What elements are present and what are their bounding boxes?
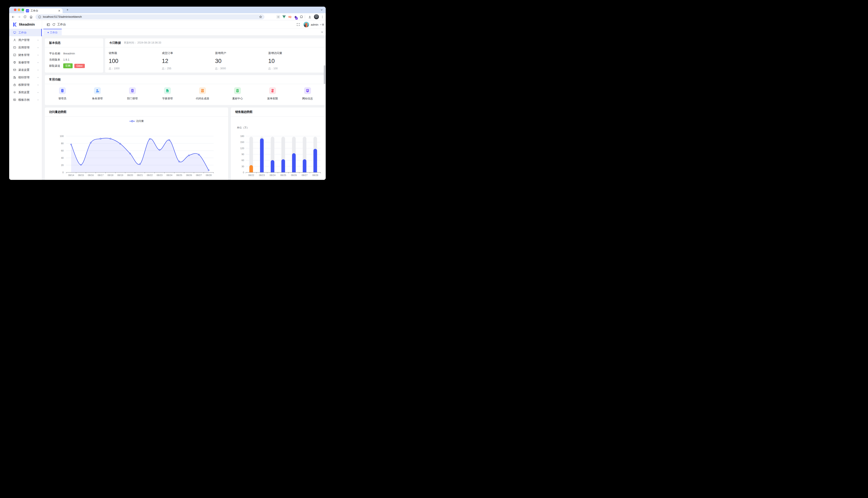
quick-functions-card: 常用功能 管理员 角色管理 部门管理 字典管理 代码生成器 素材中心 菜单权限 …: [45, 75, 325, 105]
svg-text:08/25: 08/25: [176, 174, 182, 176]
user-icon: [13, 38, 16, 42]
tab-close-icon[interactable]: ✕: [58, 9, 61, 13]
visits-trend-card: 访问量趋势图 访问量 02040608010008/1408/1508/1608…: [45, 107, 228, 180]
new-tab-button[interactable]: [65, 8, 70, 12]
workbench-content: 版本信息 平台名称 likeadmin 当前版本 1.9.1 获取渠道 官网: [42, 36, 326, 180]
mac-close-button[interactable]: [14, 9, 16, 11]
svg-text:08/26: 08/26: [291, 174, 297, 176]
sales-bar-chart[interactable]: 单位（万）030609012015018008/2208/2308/2408/2…: [231, 124, 325, 180]
sales-trend-card: 销售额趋势图 单位（万）030609012015018008/2208/2308…: [231, 107, 325, 180]
quick-item-网站信息[interactable]: 网站信息: [290, 87, 325, 101]
page-tabs: 工作台: [42, 29, 326, 36]
svg-text:30: 30: [242, 165, 244, 168]
app-icon: [13, 46, 16, 49]
content-scrollbar[interactable]: [324, 65, 325, 84]
right-panel: 工作台 admin 工作台: [42, 20, 326, 180]
logo-text: likeadmin: [19, 23, 35, 26]
bookmark-star-icon[interactable]: [258, 15, 263, 19]
stat-label: 销售额: [109, 51, 162, 55]
browser-menu-kebab-icon[interactable]: [320, 15, 324, 19]
chevron-down-icon: [37, 54, 39, 56]
gitee-button[interactable]: Gitee: [74, 64, 85, 68]
menu-icon: [269, 87, 276, 94]
download-icon[interactable]: [308, 15, 312, 19]
fullscreen-icon[interactable]: [296, 23, 300, 26]
address-bar[interactable]: localhost:5173/admin/workbench: [36, 14, 265, 19]
mac-minimize-button[interactable]: [18, 9, 20, 11]
stat-label: 新增用户: [215, 51, 268, 55]
quick-item-素材中心[interactable]: 素材中心: [220, 87, 255, 101]
forward-icon[interactable]: [17, 15, 21, 19]
svg-text:60: 60: [61, 149, 64, 152]
sidebar-item-workbench[interactable]: 工作台: [9, 29, 42, 36]
back-icon[interactable]: [11, 15, 15, 19]
stat-新增用户: 新增用户 30 总：3000: [215, 51, 268, 70]
home-icon[interactable]: [29, 15, 33, 19]
svg-text:08/26: 08/26: [186, 174, 192, 176]
chevron-down-icon: [37, 46, 39, 49]
sidebar-item-template[interactable]: 模板示例: [9, 96, 42, 104]
sq-extension-icon[interactable]: SQ: [288, 15, 292, 19]
svg-text:08/28: 08/28: [312, 174, 318, 176]
quick-item-菜单权限[interactable]: 菜单权限: [255, 87, 290, 101]
tabs-chevron-down-icon[interactable]: [321, 30, 323, 34]
quick-item-字典管理[interactable]: 字典管理: [150, 87, 185, 101]
username-text: admin: [311, 23, 318, 26]
sidebar-item-user[interactable]: 用户管理: [9, 36, 42, 44]
user-avatar[interactable]: [304, 22, 309, 27]
version-card: 版本信息 平台名称 likeadmin 当前版本 1.9.1 获取渠道 官网: [45, 38, 103, 73]
quick-item-部门管理[interactable]: 部门管理: [115, 87, 150, 101]
sidebar-item-application[interactable]: 应用管理: [9, 44, 42, 51]
site-favicon: LA: [26, 9, 29, 12]
reload-icon[interactable]: [23, 15, 27, 19]
browser-toolbar: localhost:5173/admin/workbench ⊛ SQ ◆5: [9, 13, 326, 20]
extensions-puzzle-icon[interactable]: [299, 15, 304, 19]
sidebar-item-finance[interactable]: 财务管理: [9, 51, 42, 59]
official-site-button[interactable]: 官网: [63, 63, 73, 68]
collapse-sidebar-icon[interactable]: [46, 23, 50, 26]
browser-profile-avatar[interactable]: [314, 14, 319, 19]
decorate-icon: [13, 61, 16, 64]
template-icon: [13, 98, 16, 102]
refresh-page-icon[interactable]: [52, 23, 56, 26]
chevron-down-icon: [37, 76, 39, 79]
settings-gear-icon[interactable]: [321, 23, 325, 26]
quick-item-代码生成器[interactable]: 代码生成器: [185, 87, 220, 101]
quick-item-角色管理[interactable]: 角色管理: [80, 87, 115, 101]
admin-app: likeadmin 工作台用户管理应用管理财务管理装修管理渠道设置组织管理权限管…: [9, 20, 326, 180]
sidebar-item-permission[interactable]: 权限管理: [9, 81, 42, 89]
sidebar-item-channel[interactable]: 渠道设置: [9, 66, 42, 74]
tab-search-chevron-icon[interactable]: [320, 8, 323, 12]
svg-text:100: 100: [60, 135, 64, 137]
stat-新增访问量: 新增访问量 10 总：100: [268, 51, 321, 70]
username-dropdown[interactable]: admin: [311, 20, 322, 29]
browser-tab[interactable]: LA 工作台 ✕: [24, 8, 63, 13]
sidebar-item-decoration[interactable]: 装修管理: [9, 59, 42, 66]
quick-item-管理员[interactable]: 管理员: [45, 87, 80, 101]
app-header: 工作台 admin: [42, 20, 326, 29]
vue-devtools-icon[interactable]: [282, 15, 286, 19]
gem-extension-icon[interactable]: ◆5: [293, 15, 298, 19]
mac-zoom-button[interactable]: [22, 9, 24, 11]
material-icon: [234, 87, 241, 94]
stat-total: 总：1000: [109, 67, 162, 70]
visits-line-chart[interactable]: 02040608010008/1408/1508/1608/1708/1808/…: [45, 124, 228, 180]
chevron-down-icon: [37, 69, 39, 71]
sidebar-item-label: 装修管理: [18, 61, 37, 64]
mail-icon: [13, 68, 16, 72]
quick-item-label: 字典管理: [162, 97, 173, 101]
react-devtools-icon[interactable]: ⊛: [276, 15, 280, 19]
tab-workbench[interactable]: 工作台: [43, 29, 62, 36]
app-logo[interactable]: likeadmin: [9, 20, 42, 29]
version-row: 当前版本 1.9.1: [49, 56, 99, 63]
quick-item-label: 管理员: [58, 97, 66, 101]
stat-value: 100: [109, 58, 162, 64]
info-icon[interactable]: [38, 15, 41, 18]
legend-line-marker-icon: [129, 120, 135, 122]
svg-text:08/24: 08/24: [270, 174, 276, 176]
channel-row: 获取渠道 官网 Gitee: [49, 63, 99, 69]
url-text: localhost:5173/admin/workbench: [43, 15, 82, 18]
sidebar-item-system[interactable]: 系统设置: [9, 89, 42, 96]
visits-legend[interactable]: 访问量: [45, 119, 228, 123]
sidebar-item-organization[interactable]: 组织管理: [9, 74, 42, 81]
